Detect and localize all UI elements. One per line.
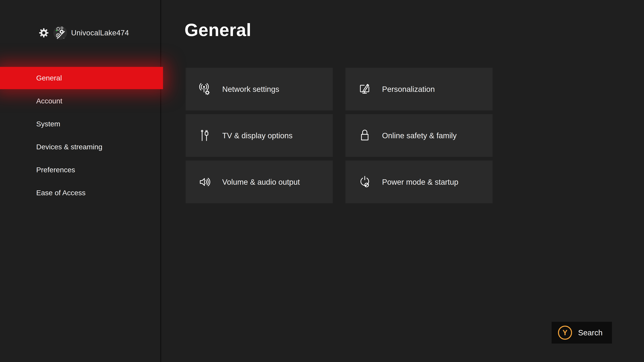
tile-label: Volume & audio output (222, 177, 300, 187)
tile-network-settings[interactable]: Network settings (186, 68, 333, 110)
volume-icon (198, 174, 212, 190)
tile-power-mode-startup[interactable]: Power mode & startup (346, 161, 492, 203)
sidebar-item-label: General (36, 74, 62, 82)
tile-personalization[interactable]: Personalization (346, 68, 492, 110)
page-title: General (184, 20, 251, 40)
settings-grid: Network settings Personalization (186, 68, 492, 203)
tile-label: Personalization (382, 85, 435, 94)
sidebar-item-label: Ease of Access (36, 189, 86, 197)
tile-online-safety-family[interactable]: Online safety & family (346, 114, 492, 157)
personalization-icon (357, 82, 372, 97)
xbox-settings-screen: UnivocalLake474 General Account System D… (0, 0, 644, 362)
settings-gear-icon (38, 27, 49, 38)
tile-tv-display-options[interactable]: TV & display options (186, 114, 333, 157)
sidebar-item-label: Account (36, 97, 62, 105)
tile-label: Network settings (222, 85, 279, 94)
sidebar-item-ease-of-access[interactable]: Ease of Access (0, 181, 161, 204)
sidebar: UnivocalLake474 General Account System D… (0, 0, 161, 362)
sidebar-item-general[interactable]: General (0, 67, 163, 89)
tile-label: Power mode & startup (382, 177, 458, 187)
avatar (53, 26, 67, 40)
sidebar-item-label: Devices & streaming (36, 143, 102, 151)
search-button[interactable]: Y Search (552, 322, 612, 344)
online-safety-lock-icon (357, 128, 372, 143)
sidebar-item-label: System (36, 120, 60, 128)
sidebar-item-preferences[interactable]: Preferences (0, 158, 161, 181)
sidebar-item-system[interactable]: System (0, 112, 161, 135)
sidebar-nav: General Account System Devices & streami… (0, 66, 161, 204)
sidebar-item-account[interactable]: Account (0, 89, 161, 112)
user-row: UnivocalLake474 (38, 25, 129, 40)
sidebar-item-devices-streaming[interactable]: Devices & streaming (0, 135, 161, 158)
tile-volume-audio-output[interactable]: Volume & audio output (186, 161, 333, 203)
sidebar-item-label: Preferences (36, 166, 75, 174)
power-leaf-icon (357, 174, 372, 190)
tile-label: TV & display options (222, 131, 292, 140)
tv-display-icon (198, 128, 212, 143)
tile-label: Online safety & family (382, 131, 457, 140)
controller-y-button-icon: Y (558, 326, 572, 340)
sidebar-divider (160, 0, 161, 362)
network-icon (198, 82, 212, 97)
search-label: Search (578, 328, 602, 337)
gamertag: UnivocalLake474 (71, 29, 129, 37)
